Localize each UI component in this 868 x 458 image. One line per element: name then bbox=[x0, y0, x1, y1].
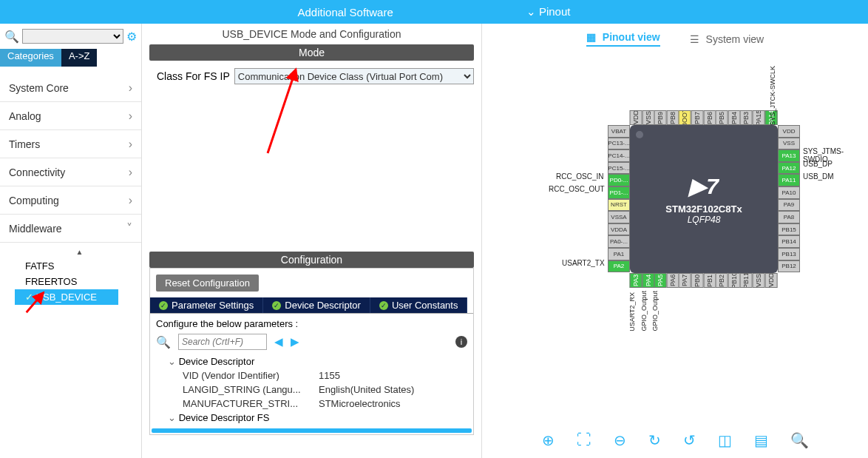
fit-icon[interactable]: ⛶ bbox=[577, 431, 591, 449]
pin-PA6[interactable]: PA6 bbox=[667, 273, 679, 288]
pin-PB4[interactable]: PB4 bbox=[728, 110, 741, 125]
pin-VSSA[interactable]: VSSA bbox=[608, 211, 630, 223]
pin-PA9[interactable]: PA9 bbox=[778, 199, 800, 212]
settings-icon[interactable]: ⚙ bbox=[126, 30, 137, 44]
chip-name: STM32F102C8Tx bbox=[665, 203, 742, 215]
pin-label: GPIO_Output bbox=[640, 291, 648, 331]
mw-item-freertos[interactable]: FREERTOS bbox=[22, 274, 141, 289]
prev-icon[interactable]: ◀ bbox=[274, 335, 283, 348]
pin-VDD[interactable]: VDD bbox=[778, 125, 800, 138]
pin-VDD[interactable]: VDD bbox=[630, 110, 642, 125]
pin-BOOT[interactable]: BOOT bbox=[679, 110, 691, 125]
cfg-tab-device-descriptor[interactable]: ✓Device Descriptor bbox=[263, 297, 370, 313]
tab-a-to-z[interactable]: A->Z bbox=[61, 49, 98, 67]
tab-pinout-view[interactable]: ▦ Pinout view bbox=[586, 31, 660, 47]
rotate-ccw-icon[interactable]: ↺ bbox=[683, 431, 696, 449]
zoom-out-icon[interactable]: ⊖ bbox=[614, 431, 626, 449]
horizontal-scrollbar[interactable] bbox=[152, 428, 472, 433]
pin-PD1[interactable]: PD1-... bbox=[608, 186, 630, 199]
mw-item-fatfs[interactable]: FATFS bbox=[22, 258, 141, 274]
tab-categories[interactable]: Categories bbox=[0, 49, 61, 67]
pin-VSS[interactable]: VSS bbox=[778, 138, 800, 150]
pin-PA15[interactable]: PA15 bbox=[753, 110, 765, 125]
menu-additional-software[interactable]: Additional Software bbox=[298, 6, 393, 18]
pin-PB2[interactable]: PB2 bbox=[716, 273, 728, 288]
cfg-tab-parameter-settings[interactable]: ✓Parameter Settings bbox=[150, 297, 263, 313]
pin-PB11[interactable]: PB11 bbox=[740, 273, 753, 288]
pin-PB15[interactable]: PB15 bbox=[778, 223, 800, 236]
pin-PB12[interactable]: PB12 bbox=[778, 260, 800, 273]
cat-timers[interactable]: Timers› bbox=[0, 130, 141, 158]
tree-section[interactable]: Device Descriptor FS bbox=[156, 411, 467, 425]
pin-PB0[interactable]: PB0 bbox=[691, 273, 704, 288]
st-logo-icon: ▶7 bbox=[689, 173, 719, 199]
pin-label: USART2_TX bbox=[562, 259, 605, 267]
pin-PB10[interactable]: PB10 bbox=[728, 273, 741, 288]
pin-PA13[interactable]: PA13 bbox=[778, 149, 800, 162]
pin-PA7[interactable]: PA7 bbox=[679, 273, 691, 288]
reset-configuration-button[interactable]: Reset Configuration bbox=[156, 275, 259, 292]
pin-PB3[interactable]: PB3 bbox=[740, 110, 753, 125]
split-icon[interactable]: ◫ bbox=[718, 431, 732, 449]
menu-pinout[interactable]: ⌄ Pinout bbox=[526, 5, 571, 18]
pin-PC14[interactable]: PC14-... bbox=[608, 149, 630, 162]
pin-PA4[interactable]: PA4 bbox=[642, 273, 655, 288]
tab-system-view[interactable]: ☰ System view bbox=[690, 33, 764, 45]
cat-connectivity[interactable]: Connectivity› bbox=[0, 158, 141, 186]
pin-PA3[interactable]: PA3 bbox=[630, 273, 642, 288]
rotate-cw-icon[interactable]: ↻ bbox=[648, 431, 661, 449]
chip-body[interactable]: ▶7 STM32F102C8Tx LQFP48 bbox=[630, 125, 778, 273]
info-icon[interactable]: i bbox=[455, 336, 467, 348]
zoom-in-icon[interactable]: ⊕ bbox=[542, 431, 555, 449]
pin-PA2[interactable]: PA2 bbox=[608, 260, 630, 273]
chip-icon: ▦ bbox=[586, 31, 598, 43]
pin-PB6[interactable]: PB6 bbox=[704, 110, 716, 125]
cat-middleware[interactable]: Middleware˅ bbox=[0, 215, 141, 243]
search-icon[interactable]: 🔍 bbox=[4, 30, 19, 44]
pin-VBAT[interactable]: VBAT bbox=[608, 125, 630, 138]
tree-row[interactable]: VID (Vendor IDentifier)1155 bbox=[156, 368, 467, 383]
cat-system-core[interactable]: System Core› bbox=[0, 74, 141, 102]
pin-PD0[interactable]: PD0-... bbox=[608, 174, 630, 186]
pin-VSS[interactable]: VSS bbox=[753, 273, 765, 288]
pin-PB13[interactable]: PB13 bbox=[778, 248, 800, 260]
pin-PC15[interactable]: PC15-... bbox=[608, 162, 630, 175]
cat-analog[interactable]: Analog› bbox=[0, 102, 141, 130]
pin-PA11[interactable]: PA11 bbox=[778, 174, 800, 186]
pin-NRST[interactable]: NRST bbox=[608, 199, 630, 212]
category-search-select[interactable] bbox=[22, 29, 123, 44]
pin-PA8[interactable]: PA8 bbox=[778, 211, 800, 223]
mw-item-usb_device[interactable]: USB_DEVICE bbox=[15, 289, 118, 305]
pin-PC13[interactable]: PC13-... bbox=[608, 138, 630, 150]
pin-PA1[interactable]: PA1 bbox=[608, 248, 630, 260]
tree-section[interactable]: Device Descriptor bbox=[156, 354, 467, 368]
config-title: USB_DEVICE Mode and Configuration bbox=[149, 24, 474, 44]
pin-PA10[interactable]: PA10 bbox=[778, 186, 800, 199]
class-select[interactable]: Communication Device Class (Virtual Port… bbox=[234, 68, 474, 84]
pin-VDD[interactable]: VDD bbox=[765, 273, 778, 288]
class-label: Class For FS IP bbox=[157, 70, 230, 82]
tree-row[interactable]: LANGID_STRING (Langu...English(United St… bbox=[156, 383, 467, 397]
cat-computing[interactable]: Computing› bbox=[0, 186, 141, 215]
pin-PB7[interactable]: PB7 bbox=[691, 110, 704, 125]
collapse-icon[interactable]: ▲ bbox=[15, 246, 141, 258]
pin-PB5[interactable]: PB5 bbox=[716, 110, 728, 125]
next-icon[interactable]: ▶ bbox=[291, 335, 299, 348]
pin-PB14[interactable]: PB14 bbox=[778, 235, 800, 248]
pin-PB8[interactable]: PB8 bbox=[667, 110, 679, 125]
pin-PA5[interactable]: PA5 bbox=[654, 273, 667, 288]
grid-icon[interactable]: ▤ bbox=[754, 431, 768, 449]
cfg-tab-user-constants[interactable]: ✓User Constants bbox=[370, 297, 468, 313]
pin-PB9[interactable]: PB9 bbox=[654, 110, 667, 125]
pin-label: RCC_OSC_OUT bbox=[549, 185, 605, 193]
pin-VSS[interactable]: VSS bbox=[642, 110, 655, 125]
tree-row[interactable]: MANUFACTURER_STRI...STMicroelectronics bbox=[156, 397, 467, 411]
param-search-input[interactable] bbox=[178, 334, 267, 350]
pin-PA0[interactable]: PA0-... bbox=[608, 235, 630, 248]
search-icon[interactable]: 🔍 bbox=[156, 335, 171, 349]
pin-VDDA[interactable]: VDDA bbox=[608, 223, 630, 236]
search-pin-icon[interactable]: 🔍 bbox=[790, 431, 809, 449]
pin-PB1[interactable]: PB1 bbox=[704, 273, 716, 288]
pin-PA12[interactable]: PA12 bbox=[778, 162, 800, 175]
top-menu-bar: Additional Software ⌄ Pinout bbox=[0, 0, 868, 24]
